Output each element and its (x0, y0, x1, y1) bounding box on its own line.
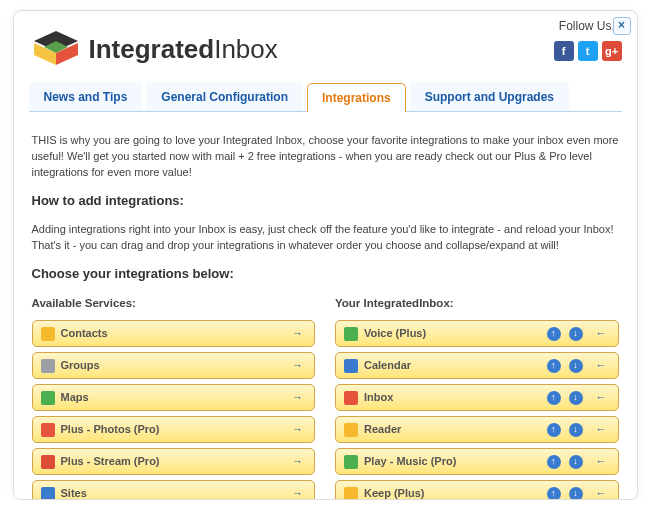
twitter-icon[interactable]: t (578, 41, 598, 61)
settings-modal: × IntegratedInbox Follow Us... f t g+ Ne… (13, 10, 638, 500)
brand: IntegratedInbox (31, 29, 278, 69)
choose-heading: Choose your integrations below: (32, 265, 619, 284)
service-label: Maps (61, 390, 284, 406)
move-down-button[interactable]: ↓ (569, 327, 583, 341)
brand-text: IntegratedInbox (89, 34, 278, 65)
how-text: Adding integrations right into your Inbo… (32, 222, 619, 254)
add-arrow-icon[interactable]: → (289, 358, 306, 374)
move-up-button[interactable]: ↑ (547, 423, 561, 437)
inbox-item[interactable]: Reader↑↓← (335, 416, 619, 443)
service-label: Play - Music (Pro) (364, 454, 539, 470)
service-label: Keep (Plus) (364, 486, 539, 500)
tab-general-configuration[interactable]: General Configuration (146, 82, 303, 111)
service-icon (344, 391, 358, 405)
service-label: Contacts (61, 326, 284, 342)
service-icon (41, 455, 55, 469)
service-icon (41, 391, 55, 405)
add-arrow-icon[interactable]: → (289, 326, 306, 342)
service-icon (344, 359, 358, 373)
header: IntegratedInbox Follow Us... f t g+ (29, 19, 622, 74)
remove-arrow-icon[interactable]: ← (593, 486, 610, 500)
inbox-item[interactable]: Voice (Plus)↑↓← (335, 320, 619, 347)
service-label: Voice (Plus) (364, 326, 539, 342)
available-item[interactable]: Plus - Photos (Pro)→ (32, 416, 316, 443)
tab-news-and-tips[interactable]: News and Tips (29, 82, 143, 111)
available-column: Available Services: Contacts→Groups→Maps… (32, 289, 316, 500)
move-down-button[interactable]: ↓ (569, 359, 583, 373)
service-label: Inbox (364, 390, 539, 406)
available-item[interactable]: Plus - Stream (Pro)→ (32, 448, 316, 475)
service-label: Groups (61, 358, 284, 374)
content-area: THIS is why you are going to love your I… (29, 112, 622, 500)
move-down-button[interactable]: ↓ (569, 455, 583, 469)
social-links: f t g+ (554, 41, 622, 61)
add-arrow-icon[interactable]: → (289, 390, 306, 406)
how-heading: How to add integrations: (32, 192, 619, 211)
move-up-button[interactable]: ↑ (547, 327, 561, 341)
service-label: Reader (364, 422, 539, 438)
inbox-title: Your IntegratedInbox: (335, 295, 619, 312)
service-icon (344, 327, 358, 341)
move-up-button[interactable]: ↑ (547, 487, 561, 500)
move-down-button[interactable]: ↓ (569, 391, 583, 405)
move-up-button[interactable]: ↑ (547, 455, 561, 469)
inbox-item[interactable]: Keep (Plus)↑↓← (335, 480, 619, 500)
add-arrow-icon[interactable]: → (289, 422, 306, 438)
integration-columns: Available Services: Contacts→Groups→Maps… (32, 289, 619, 500)
available-item[interactable]: Groups→ (32, 352, 316, 379)
service-icon (41, 487, 55, 500)
service-icon (344, 423, 358, 437)
move-up-button[interactable]: ↑ (547, 359, 561, 373)
inbox-list: Voice (Plus)↑↓←Calendar↑↓←Inbox↑↓←Reader… (335, 320, 619, 500)
move-up-button[interactable]: ↑ (547, 391, 561, 405)
add-arrow-icon[interactable]: → (289, 486, 306, 500)
follow-label: Follow Us... (554, 19, 622, 33)
remove-arrow-icon[interactable]: ← (593, 358, 610, 374)
remove-arrow-icon[interactable]: ← (593, 454, 610, 470)
available-item[interactable]: Maps→ (32, 384, 316, 411)
service-icon (41, 327, 55, 341)
service-label: Calendar (364, 358, 539, 374)
service-icon (41, 423, 55, 437)
available-item[interactable]: Contacts→ (32, 320, 316, 347)
tab-integrations[interactable]: Integrations (307, 83, 406, 112)
follow-block: Follow Us... f t g+ (554, 19, 622, 61)
intro-text: THIS is why you are going to love your I… (32, 133, 619, 181)
service-icon (41, 359, 55, 373)
move-down-button[interactable]: ↓ (569, 423, 583, 437)
inbox-item[interactable]: Inbox↑↓← (335, 384, 619, 411)
service-icon (344, 487, 358, 500)
googleplus-icon[interactable]: g+ (602, 41, 622, 61)
service-icon (344, 455, 358, 469)
remove-arrow-icon[interactable]: ← (593, 326, 610, 342)
tab-support-and-upgrades[interactable]: Support and Upgrades (410, 82, 569, 111)
service-label: Sites (61, 486, 284, 500)
inbox-item[interactable]: Calendar↑↓← (335, 352, 619, 379)
facebook-icon[interactable]: f (554, 41, 574, 61)
inbox-column: Your IntegratedInbox: Voice (Plus)↑↓←Cal… (335, 289, 619, 500)
tab-bar: News and TipsGeneral ConfigurationIntegr… (29, 82, 622, 112)
close-icon[interactable]: × (613, 17, 631, 35)
move-down-button[interactable]: ↓ (569, 487, 583, 500)
service-label: Plus - Stream (Pro) (61, 454, 284, 470)
remove-arrow-icon[interactable]: ← (593, 390, 610, 406)
available-title: Available Services: (32, 295, 316, 312)
available-list: Contacts→Groups→Maps→Plus - Photos (Pro)… (32, 320, 316, 500)
remove-arrow-icon[interactable]: ← (593, 422, 610, 438)
available-item[interactable]: Sites→ (32, 480, 316, 500)
inbox-item[interactable]: Play - Music (Pro)↑↓← (335, 448, 619, 475)
logo-icon (31, 29, 81, 69)
add-arrow-icon[interactable]: → (289, 454, 306, 470)
service-label: Plus - Photos (Pro) (61, 422, 284, 438)
